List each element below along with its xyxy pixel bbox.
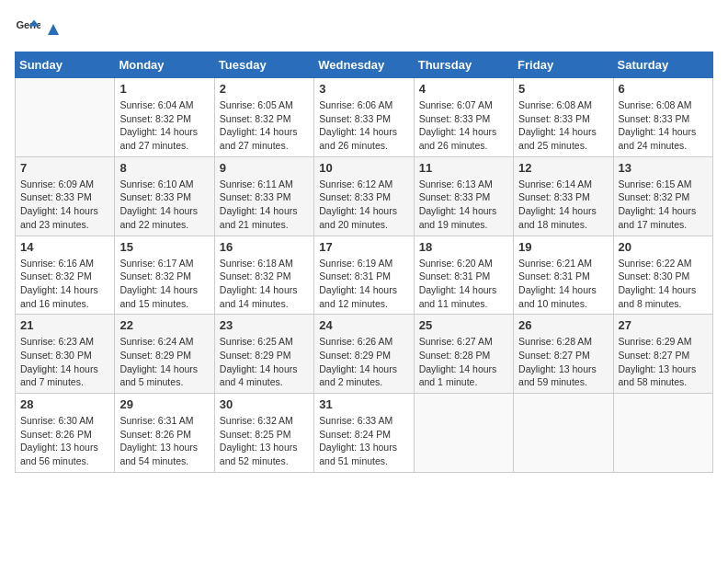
day-number: 30 [220,397,309,411]
day-number: 26 [518,318,608,332]
logo-icon: General [15,15,40,40]
calendar-cell: 30Sunrise: 6:32 AMSunset: 8:25 PMDayligh… [214,394,313,473]
day-info: Sunrise: 6:23 AMSunset: 8:30 PMDaylight:… [20,335,109,389]
calendar-cell: 8Sunrise: 6:10 AMSunset: 8:33 PMDaylight… [115,156,214,236]
day-info: Sunrise: 6:28 AMSunset: 8:27 PMDaylight:… [518,335,608,389]
calendar-cell: 25Sunrise: 6:27 AMSunset: 8:28 PMDayligh… [414,315,513,394]
day-number: 3 [319,82,408,96]
day-info: Sunrise: 6:12 AMSunset: 8:33 PMDaylight:… [319,178,408,232]
calendar-cell: 31Sunrise: 6:33 AMSunset: 8:24 PMDayligh… [314,394,414,473]
day-number: 16 [220,240,309,254]
calendar-cell: 27Sunrise: 6:29 AMSunset: 8:27 PMDayligh… [613,315,712,394]
calendar-cell: 17Sunrise: 6:19 AMSunset: 8:31 PMDayligh… [314,236,414,315]
calendar-cell: 29Sunrise: 6:31 AMSunset: 8:26 PMDayligh… [115,394,214,473]
calendar-cell: 21Sunrise: 6:23 AMSunset: 8:30 PMDayligh… [16,315,115,394]
header-monday: Monday [115,52,214,78]
day-info: Sunrise: 6:17 AMSunset: 8:32 PMDaylight:… [119,257,209,311]
day-number: 9 [220,161,309,175]
calendar-cell: 9Sunrise: 6:11 AMSunset: 8:33 PMDaylight… [214,156,313,236]
calendar-cell: 19Sunrise: 6:21 AMSunset: 8:31 PMDayligh… [514,236,613,315]
calendar-cell: 14Sunrise: 6:16 AMSunset: 8:32 PMDayligh… [16,236,115,315]
day-number: 8 [119,161,209,175]
calendar-cell: 20Sunrise: 6:22 AMSunset: 8:30 PMDayligh… [613,236,712,315]
day-info: Sunrise: 6:04 AMSunset: 8:32 PMDaylight:… [119,98,209,153]
header-friday: Friday [514,52,613,78]
day-info: Sunrise: 6:19 AMSunset: 8:31 PMDaylight:… [319,257,408,311]
day-number: 20 [619,240,708,254]
calendar-header-row: SundayMondayTuesdayWednesdayThursdayFrid… [16,52,713,78]
calendar-cell: 15Sunrise: 6:17 AMSunset: 8:32 PMDayligh… [115,236,214,315]
day-info: Sunrise: 6:13 AMSunset: 8:33 PMDaylight:… [419,178,508,232]
calendar-cell [613,394,712,473]
calendar-cell: 24Sunrise: 6:26 AMSunset: 8:29 PMDayligh… [314,315,414,394]
day-number: 25 [419,318,508,332]
day-info: Sunrise: 6:08 AMSunset: 8:33 PMDaylight:… [619,98,708,153]
day-info: Sunrise: 6:16 AMSunset: 8:32 PMDaylight:… [20,257,109,311]
day-number: 7 [20,161,109,175]
day-number: 21 [20,318,109,332]
logo: General [15,15,63,40]
calendar-cell [16,78,115,157]
calendar-week-3: 14Sunrise: 6:16 AMSunset: 8:32 PMDayligh… [16,236,713,315]
day-number: 13 [619,161,708,175]
day-number: 10 [319,161,408,175]
day-number: 14 [20,240,109,254]
day-info: Sunrise: 6:18 AMSunset: 8:32 PMDaylight:… [220,257,309,311]
day-info: Sunrise: 6:24 AMSunset: 8:29 PMDaylight:… [119,335,209,389]
day-number: 15 [119,240,209,254]
svg-marker-2 [48,24,59,35]
day-info: Sunrise: 6:06 AMSunset: 8:33 PMDaylight:… [319,98,408,153]
day-info: Sunrise: 6:14 AMSunset: 8:33 PMDaylight:… [518,178,608,232]
day-info: Sunrise: 6:27 AMSunset: 8:28 PMDaylight:… [419,335,508,389]
day-number: 23 [220,318,309,332]
day-info: Sunrise: 6:31 AMSunset: 8:26 PMDaylight:… [119,414,209,468]
day-number: 29 [119,397,209,411]
day-info: Sunrise: 6:20 AMSunset: 8:31 PMDaylight:… [419,257,508,311]
logo-triangle-icon [44,20,63,39]
calendar-cell [514,394,613,473]
day-info: Sunrise: 6:30 AMSunset: 8:26 PMDaylight:… [20,414,109,468]
day-info: Sunrise: 6:11 AMSunset: 8:33 PMDaylight:… [220,178,309,232]
day-number: 2 [220,82,309,96]
header-wednesday: Wednesday [314,52,414,78]
day-number: 1 [119,82,209,96]
day-number: 22 [119,318,209,332]
day-info: Sunrise: 6:07 AMSunset: 8:33 PMDaylight:… [419,98,508,153]
calendar-cell: 13Sunrise: 6:15 AMSunset: 8:32 PMDayligh… [613,156,712,236]
calendar-week-5: 28Sunrise: 6:30 AMSunset: 8:26 PMDayligh… [16,394,713,473]
day-number: 5 [518,82,608,96]
day-number: 27 [619,318,708,332]
calendar-cell: 26Sunrise: 6:28 AMSunset: 8:27 PMDayligh… [514,315,613,394]
calendar-cell: 4Sunrise: 6:07 AMSunset: 8:33 PMDaylight… [414,78,513,157]
calendar-cell: 28Sunrise: 6:30 AMSunset: 8:26 PMDayligh… [16,394,115,473]
calendar-cell: 7Sunrise: 6:09 AMSunset: 8:33 PMDaylight… [16,156,115,236]
calendar-cell: 1Sunrise: 6:04 AMSunset: 8:32 PMDaylight… [115,78,214,157]
calendar-cell: 23Sunrise: 6:25 AMSunset: 8:29 PMDayligh… [214,315,313,394]
day-number: 6 [619,82,708,96]
day-info: Sunrise: 6:32 AMSunset: 8:25 PMDaylight:… [220,414,309,468]
calendar-cell: 22Sunrise: 6:24 AMSunset: 8:29 PMDayligh… [115,315,214,394]
day-info: Sunrise: 6:09 AMSunset: 8:33 PMDaylight:… [20,178,109,232]
day-info: Sunrise: 6:22 AMSunset: 8:30 PMDaylight:… [619,257,708,311]
calendar-week-1: 1Sunrise: 6:04 AMSunset: 8:32 PMDaylight… [16,78,713,157]
calendar-cell: 11Sunrise: 6:13 AMSunset: 8:33 PMDayligh… [414,156,513,236]
day-info: Sunrise: 6:08 AMSunset: 8:33 PMDaylight:… [518,98,608,153]
calendar-cell: 12Sunrise: 6:14 AMSunset: 8:33 PMDayligh… [514,156,613,236]
day-info: Sunrise: 6:33 AMSunset: 8:24 PMDaylight:… [319,414,408,468]
calendar-cell: 5Sunrise: 6:08 AMSunset: 8:33 PMDaylight… [514,78,613,157]
page-header: General [15,15,713,40]
header-tuesday: Tuesday [214,52,313,78]
calendar-week-4: 21Sunrise: 6:23 AMSunset: 8:30 PMDayligh… [16,315,713,394]
day-info: Sunrise: 6:25 AMSunset: 8:29 PMDaylight:… [220,335,309,389]
calendar-cell: 16Sunrise: 6:18 AMSunset: 8:32 PMDayligh… [214,236,313,315]
day-number: 4 [419,82,508,96]
calendar-cell: 6Sunrise: 6:08 AMSunset: 8:33 PMDaylight… [613,78,712,157]
calendar-cell: 10Sunrise: 6:12 AMSunset: 8:33 PMDayligh… [314,156,414,236]
day-info: Sunrise: 6:26 AMSunset: 8:29 PMDaylight:… [319,335,408,389]
calendar-cell: 2Sunrise: 6:05 AMSunset: 8:32 PMDaylight… [214,78,313,157]
day-info: Sunrise: 6:29 AMSunset: 8:27 PMDaylight:… [619,335,708,389]
day-number: 31 [319,397,408,411]
calendar-cell: 3Sunrise: 6:06 AMSunset: 8:33 PMDaylight… [314,78,414,157]
header-sunday: Sunday [16,52,115,78]
day-number: 19 [518,240,608,254]
